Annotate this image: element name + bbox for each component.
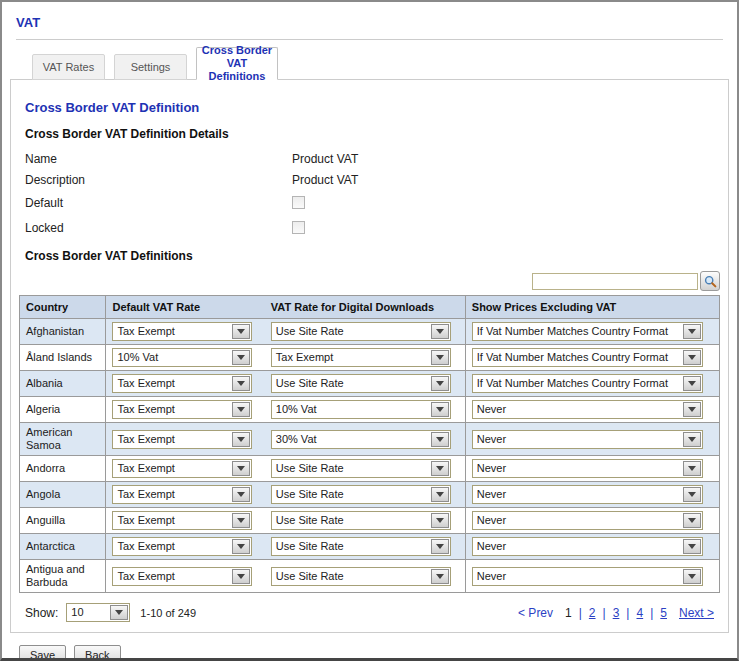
default-vat-rate-select-value: Tax Exempt	[113, 460, 231, 477]
show-prices-excluding-vat-select-value: Never	[473, 538, 682, 555]
chevron-down-icon	[683, 487, 701, 502]
digital-downloads-rate-select[interactable]: Use Site Rate	[271, 322, 451, 341]
tab-vat-rates[interactable]: VAT Rates	[32, 54, 105, 80]
digital-downloads-rate-select[interactable]: Use Site Rate	[271, 511, 451, 530]
country-name: Antarctica	[26, 540, 96, 553]
country-name: Andorra	[26, 462, 96, 475]
show-prices-excluding-vat-select[interactable]: If Vat Number Matches Country Format	[472, 322, 703, 341]
digital-downloads-rate-select[interactable]: Use Site Rate	[271, 485, 451, 504]
default-vat-rate-select[interactable]: 10% Vat	[112, 348, 252, 367]
default-vat-rate-cell: Tax Exempt	[106, 456, 265, 482]
country-name: Åland Islands	[26, 351, 96, 364]
country-cell: Afghanistan	[20, 319, 106, 345]
save-button[interactable]: Save	[19, 645, 66, 661]
chevron-down-icon	[232, 324, 250, 339]
field-row-default: Default	[19, 191, 720, 214]
locked-checkbox[interactable]	[292, 221, 305, 234]
digital-rate-cell: 30% Vat	[265, 423, 466, 456]
page-link-3[interactable]: 3	[613, 606, 620, 620]
tab-settings[interactable]: Settings	[114, 54, 187, 80]
chevron-down-icon	[431, 513, 449, 528]
next-page-link[interactable]: Next >	[679, 606, 714, 620]
show-label: Show:	[25, 606, 58, 620]
field-row-name: Name Product VAT	[19, 149, 720, 168]
digital-downloads-rate-select[interactable]: Use Site Rate	[271, 459, 451, 478]
show-prices-excluding-vat-select-value: If Vat Number Matches Country Format	[473, 323, 682, 340]
show-prices-cell: Never	[465, 482, 719, 508]
default-vat-rate-select-value: Tax Exempt	[113, 431, 231, 448]
page-link-5[interactable]: 5	[660, 606, 667, 620]
digital-downloads-rate-select-value: Use Site Rate	[272, 486, 430, 503]
tab-cross-border-vat-definitions[interactable]: Cross Border VAT Definitions	[196, 47, 278, 80]
show-prices-excluding-vat-select[interactable]: Never	[472, 430, 703, 449]
chevron-down-icon	[683, 539, 701, 554]
show-prices-excluding-vat-select[interactable]: Never	[472, 459, 703, 478]
digital-downloads-rate-select[interactable]: Use Site Rate	[271, 374, 451, 393]
default-vat-rate-select[interactable]: Tax Exempt	[112, 537, 252, 556]
show-prices-excluding-vat-select-value: Never	[473, 568, 682, 585]
page-link-2[interactable]: 2	[589, 606, 596, 620]
default-vat-rate-select[interactable]: Tax Exempt	[112, 374, 252, 393]
country-cell: American Samoa	[20, 423, 106, 456]
tab-content-panel: Cross Border VAT Definition Cross Border…	[10, 79, 729, 633]
default-vat-rate-cell: Tax Exempt	[106, 319, 265, 345]
digital-downloads-rate-select[interactable]: Tax Exempt	[271, 348, 451, 367]
show-prices-excluding-vat-select[interactable]: Never	[472, 511, 703, 530]
digital-downloads-rate-select-value: Use Site Rate	[272, 568, 430, 585]
country-cell: Andorra	[20, 456, 106, 482]
default-vat-rate-select-value: Tax Exempt	[113, 375, 231, 392]
default-vat-rate-cell: Tax Exempt	[106, 482, 265, 508]
column-header-country: Country	[20, 296, 106, 319]
column-header-show-prices-excluding-vat: Show Prices Excluding VAT	[465, 296, 719, 319]
show-prices-excluding-vat-select[interactable]: Never	[472, 537, 703, 556]
default-vat-rate-select[interactable]: Tax Exempt	[112, 322, 252, 341]
search-input[interactable]	[532, 273, 698, 290]
digital-downloads-rate-select[interactable]: Use Site Rate	[271, 567, 451, 586]
default-label: Default	[25, 196, 292, 210]
show-prices-excluding-vat-select-value: If Vat Number Matches Country Format	[473, 375, 682, 392]
show-prices-excluding-vat-select[interactable]: Never	[472, 567, 703, 586]
table-row-land-islands: Åland Islands10% VatTax ExemptIf Vat Num…	[20, 345, 720, 371]
show-prices-excluding-vat-select[interactable]: Never	[472, 400, 703, 419]
default-vat-rate-select-value: Tax Exempt	[113, 401, 231, 418]
field-row-locked: Locked	[19, 216, 720, 239]
digital-downloads-rate-select[interactable]: 30% Vat	[271, 430, 451, 449]
country-name: Anguilla	[26, 514, 96, 527]
chevron-down-icon	[232, 350, 250, 365]
default-vat-rate-select[interactable]: Tax Exempt	[112, 459, 252, 478]
default-vat-rate-select[interactable]: Tax Exempt	[112, 511, 252, 530]
default-checkbox[interactable]	[292, 196, 305, 209]
tab-label: Cross Border VAT Definitions	[199, 44, 275, 83]
country-cell: Algeria	[20, 397, 106, 423]
default-vat-rate-cell: Tax Exempt	[106, 423, 265, 456]
table-header-row: CountryDefault VAT RateVAT Rate for Digi…	[20, 296, 720, 319]
action-buttons: Save Back	[19, 645, 737, 661]
digital-downloads-rate-select[interactable]: 10% Vat	[271, 400, 451, 419]
page-size-select[interactable]: 10	[66, 603, 130, 622]
back-button[interactable]: Back	[74, 645, 120, 661]
default-vat-rate-select[interactable]: Tax Exempt	[112, 430, 252, 449]
title-divider	[16, 39, 723, 40]
show-prices-excluding-vat-select[interactable]: Never	[472, 485, 703, 504]
show-prices-cell: Never	[465, 397, 719, 423]
show-prices-excluding-vat-select[interactable]: If Vat Number Matches Country Format	[472, 374, 703, 393]
show-prices-cell: If Vat Number Matches Country Format	[465, 371, 719, 397]
show-prices-cell: Never	[465, 423, 719, 456]
default-vat-rate-select[interactable]: Tax Exempt	[112, 485, 252, 504]
country-name: Algeria	[26, 403, 96, 416]
chevron-down-icon	[232, 461, 250, 476]
digital-downloads-rate-select[interactable]: Use Site Rate	[271, 537, 451, 556]
default-vat-rate-select[interactable]: Tax Exempt	[112, 400, 252, 419]
page-link-4[interactable]: 4	[636, 606, 643, 620]
magnifier-icon	[704, 275, 717, 288]
show-prices-excluding-vat-select[interactable]: If Vat Number Matches Country Format	[472, 348, 703, 367]
digital-rate-cell: Use Site Rate	[265, 482, 466, 508]
table-row-algeria: AlgeriaTax Exempt10% VatNever	[20, 397, 720, 423]
show-prices-cell: Never	[465, 560, 719, 593]
prev-page-link[interactable]: < Prev	[518, 606, 553, 620]
search-button[interactable]	[700, 271, 720, 291]
name-label: Name	[25, 152, 292, 166]
page-separator: |	[579, 606, 582, 620]
default-vat-rate-select[interactable]: Tax Exempt	[112, 567, 252, 586]
definitions-section-heading: Cross Border VAT Definitions	[25, 249, 714, 263]
